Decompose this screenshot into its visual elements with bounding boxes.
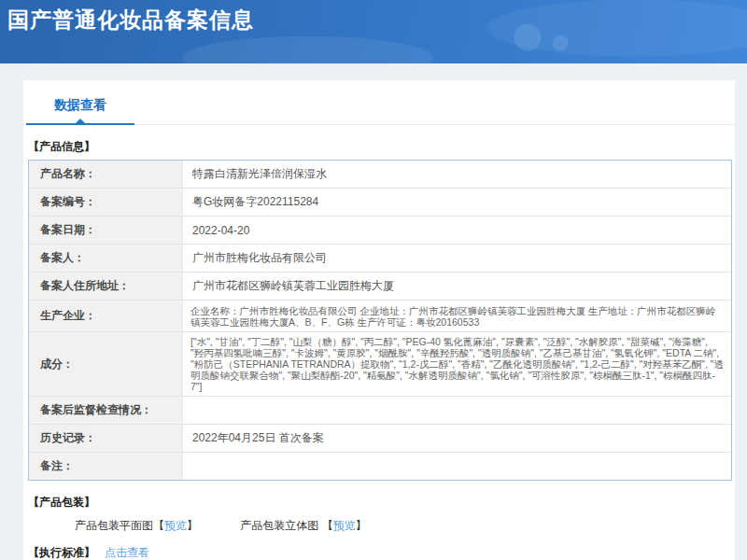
tab-data-view[interactable]: 数据查看 (26, 97, 134, 125)
package-3d-label: 产品包装立体图 (240, 519, 321, 532)
tab-bar: 数据查看 (23, 96, 735, 125)
table-row: 备案后监督检查情况： (29, 397, 731, 425)
package-3d-item: 产品包装立体图 【预览】 (240, 519, 366, 532)
table-row: 备案日期： 2022-04-20 (29, 217, 731, 245)
row-label: 备注： (29, 453, 183, 480)
row-value (183, 453, 731, 480)
row-value: 粤G妆网备字2022115284 (183, 189, 731, 216)
row-value (183, 397, 731, 424)
row-label: 生产企业： (29, 301, 183, 331)
row-label: 备案编号： (29, 189, 183, 216)
row-label: 备案人住所地址： (29, 273, 183, 300)
package-flat-label: 产品包装平面图 (75, 519, 153, 532)
row-value: 特露白清新光泽倍润保湿水 (183, 161, 731, 188)
table-row: 备案人： 广州市胜梅化妆品有限公司 (29, 245, 731, 273)
bracket-open: 【 (322, 519, 333, 532)
exec-standard-label: 【执行标准】 (28, 546, 95, 559)
row-value: ["水", "甘油", "丁二醇", "山梨（糖）醇", "丙二醇", "PEG… (183, 332, 731, 396)
row-label: 历史记录： (29, 425, 183, 452)
row-value: 2022-04-20 (183, 217, 731, 244)
row-label: 产品名称： (29, 161, 183, 188)
table-row: 成分： ["水", "甘油", "丁二醇", "山梨（糖）醇", "丙二醇", … (29, 332, 731, 397)
row-value: 企业名称：广州市胜梅化妆品有限公司 企业地址：广州市花都区狮岭镇芙蓉工业园胜梅大… (183, 301, 731, 331)
package-line: 产品包装平面图【预览】 产品包装立体图 【预览】 (75, 518, 735, 534)
table-row: 备案人住所地址： 广州市花都区狮岭镇芙蓉工业园胜梅大厦 (29, 273, 731, 301)
page-header: 国产普通化妆品备案信息 (0, 0, 747, 63)
tab-active-pointer-icon (76, 119, 85, 123)
product-info-table: 产品名称： 特露白清新光泽倍润保湿水 备案编号： 粤G妆网备字202211528… (28, 160, 732, 481)
section-product-info-title: 【产品信息】 (28, 139, 735, 155)
row-label: 备案日期： (29, 217, 183, 244)
table-row: 产品名称： 特露白清新光泽倍润保湿水 (29, 161, 731, 189)
table-row: 备案编号： 粤G妆网备字2022115284 (29, 189, 731, 217)
preview-link-3d[interactable]: 预览 (333, 519, 356, 532)
table-row: 备注： (29, 453, 731, 480)
package-flat-item: 产品包装平面图【预览】 (75, 519, 201, 532)
section-product-package-title: 【产品包装】 (28, 495, 735, 511)
tab-data-view-label: 数据查看 (54, 97, 106, 112)
preview-link-flat[interactable]: 预览 (164, 519, 187, 532)
table-row: 生产企业： 企业名称：广州市胜梅化妆品有限公司 企业地址：广州市花都区狮岭镇芙蓉… (29, 301, 731, 332)
row-value: 广州市胜梅化妆品有限公司 (183, 245, 731, 272)
exec-standard-line: 【执行标准】点击查看 (28, 545, 735, 560)
row-label: 成分： (29, 332, 183, 396)
exec-standard-link[interactable]: 点击查看 (105, 546, 149, 559)
page-title: 国产普通化妆品备案信息 (7, 6, 747, 35)
bracket-close: 】 (187, 519, 198, 532)
row-value: 广州市花都区狮岭镇芙蓉工业园胜梅大厦 (183, 273, 731, 300)
table-row: 历史记录： 2022年04月25日 首次备案 (29, 425, 731, 453)
row-value: 2022年04月25日 首次备案 (183, 425, 731, 452)
bracket-open: 【 (153, 519, 164, 532)
row-label: 备案人： (29, 245, 183, 272)
bracket-close: 】 (356, 519, 367, 532)
content-card: 数据查看 【产品信息】 产品名称： 特露白清新光泽倍润保湿水 备案编号： 粤G妆… (23, 80, 735, 560)
row-label: 备案后监督检查情况： (29, 397, 183, 424)
